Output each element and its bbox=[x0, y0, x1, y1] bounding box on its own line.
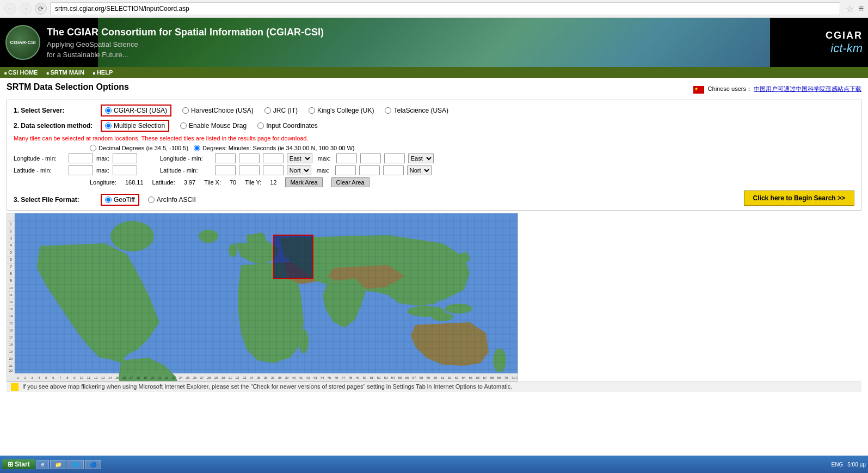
lat-dms-sec-input[interactable] bbox=[263, 165, 284, 175]
method-input-radio[interactable] bbox=[257, 122, 264, 129]
back-button[interactable]: ← bbox=[4, 3, 16, 15]
mark-area-button[interactable]: Mark Area bbox=[285, 177, 322, 187]
method-drag-radio[interactable] bbox=[180, 122, 187, 129]
svg-text:8: 8 bbox=[10, 272, 12, 275]
server-kings[interactable]: King's College (UK) bbox=[309, 107, 374, 114]
logo-circle: CGIAR-CSI bbox=[5, 25, 40, 60]
nav-srtm-main[interactable]: SRTM MAIN bbox=[46, 69, 84, 76]
svg-text:2: 2 bbox=[10, 229, 12, 233]
world-map[interactable]: 1 2 3 4 5 6 7 8 9 10 11 12 13 14 15 16 1… bbox=[7, 213, 518, 382]
format-geotiff-radio[interactable] bbox=[105, 196, 112, 203]
svg-point-3 bbox=[110, 221, 154, 251]
server-telascience-radio[interactable] bbox=[385, 107, 391, 114]
long-max-dms-min-input[interactable] bbox=[360, 153, 381, 163]
site-subtitle1: Applying GeoSpatial Science bbox=[47, 40, 324, 48]
header-left: CGIAR-CSI The CGIAR Consortium for Spati… bbox=[0, 18, 329, 67]
nav-csi-home[interactable]: CSI HOME bbox=[4, 69, 38, 76]
format-geotiff[interactable]: GeoTiff bbox=[101, 194, 139, 206]
long-max-dms-sec-input[interactable] bbox=[384, 153, 405, 163]
long-max-dms-label: max: bbox=[318, 155, 331, 162]
dms-option[interactable]: Degrees: Minutes: Seconds (ie 34 30 00 N… bbox=[194, 145, 354, 151]
svg-text:64: 64 bbox=[462, 376, 466, 379]
server-jrc-radio[interactable] bbox=[264, 107, 271, 114]
server-kings-label: King's College (UK) bbox=[317, 107, 374, 114]
forward-button[interactable]: → bbox=[20, 3, 32, 15]
lat-max-dd-input[interactable] bbox=[113, 165, 137, 175]
lat-dms-min-input[interactable] bbox=[239, 165, 260, 175]
long-min-label: Longitude - min: bbox=[14, 155, 65, 162]
long-min-dd-input[interactable] bbox=[69, 153, 93, 163]
server-harvestchoice[interactable]: HarvestChoice (USA) bbox=[182, 107, 254, 114]
server-cgiar[interactable]: CGIAR-CSI (USA) bbox=[101, 105, 171, 116]
server-kings-radio[interactable] bbox=[309, 107, 315, 114]
svg-text:3: 3 bbox=[10, 236, 12, 240]
svg-text:47: 47 bbox=[342, 376, 346, 379]
method-radio-group: Multiple Selection Enable Mouse Drag Inp… bbox=[101, 120, 318, 132]
clear-area-button[interactable]: Clear Area bbox=[331, 177, 370, 187]
long-dms-deg-input[interactable] bbox=[215, 153, 236, 163]
lat-max-dms-min-input[interactable] bbox=[359, 165, 380, 175]
chinese-link[interactable]: 中国用户可通过中国科学院遥感站点下载 bbox=[754, 85, 861, 92]
reload-button[interactable]: ⟳ bbox=[35, 3, 47, 15]
method-drag[interactable]: Enable Mouse Drag bbox=[180, 122, 247, 130]
dms-radio[interactable] bbox=[194, 145, 200, 151]
lat-max-dms-sec-input[interactable] bbox=[383, 165, 404, 175]
svg-text:52: 52 bbox=[377, 376, 381, 379]
nav-help[interactable]: HELP bbox=[93, 69, 113, 76]
dd-radio[interactable] bbox=[90, 145, 96, 151]
format-arcinfo-label: ArcInfo ASCII bbox=[157, 196, 196, 204]
svg-text:17: 17 bbox=[130, 376, 133, 379]
svg-text:36: 36 bbox=[264, 376, 268, 379]
lat-dms-dir-select[interactable]: Nort Sout bbox=[287, 165, 311, 175]
dd-option[interactable]: Decimal Degrees (ie 34.5, -100.5) bbox=[90, 145, 188, 151]
method-input[interactable]: Input Coordinates bbox=[257, 122, 318, 130]
long-min-dms-label: Longitude - min: bbox=[160, 155, 212, 162]
svg-point-9 bbox=[199, 230, 218, 243]
menu-icon[interactable]: ≡ bbox=[859, 4, 864, 14]
svg-text:16: 16 bbox=[122, 376, 126, 379]
status-bar: If you see above map flickering when usi… bbox=[7, 382, 861, 392]
svg-text:69: 69 bbox=[497, 376, 501, 379]
map-svg[interactable]: 1 2 3 4 5 6 7 8 9 10 11 12 13 14 15 16 1… bbox=[7, 213, 518, 382]
svg-text:15: 15 bbox=[115, 376, 119, 379]
svg-text:22: 22 bbox=[9, 369, 13, 372]
long-dms-min-input[interactable] bbox=[239, 153, 260, 163]
server-telascience[interactable]: TelaScience (USA) bbox=[385, 107, 448, 114]
long-max-label: max: bbox=[96, 155, 109, 162]
method-multiple[interactable]: Multiple Selection bbox=[101, 120, 169, 132]
method-multiple-radio[interactable] bbox=[105, 122, 112, 129]
method-row: 2. Data selection method: Multiple Selec… bbox=[14, 120, 854, 132]
lat-max-dms-deg-input[interactable] bbox=[335, 165, 356, 175]
svg-text:20: 20 bbox=[9, 357, 13, 360]
long-max-dms-dir-select[interactable]: East West bbox=[408, 153, 434, 163]
main-content: SRTM Data Selection Options Chinese user… bbox=[0, 78, 868, 396]
svg-text:6: 6 bbox=[10, 257, 12, 261]
lat-dms-deg-input[interactable] bbox=[215, 165, 236, 175]
long-max-dms-deg-input[interactable] bbox=[336, 153, 357, 163]
long-max-dd-input[interactable] bbox=[113, 153, 137, 163]
svg-text:65: 65 bbox=[469, 376, 473, 379]
dms-label: Degrees: Minutes: Seconds (ie 34 30 00 N… bbox=[202, 145, 354, 151]
svg-text:61: 61 bbox=[441, 376, 445, 379]
lat-min-dd-input[interactable] bbox=[69, 165, 93, 175]
address-bar[interactable] bbox=[50, 2, 840, 15]
long-dms-sec-input[interactable] bbox=[263, 153, 284, 163]
svg-text:31: 31 bbox=[229, 376, 232, 379]
server-jrc[interactable]: JRC (IT) bbox=[264, 107, 298, 114]
format-arcinfo[interactable]: ArcInfo ASCII bbox=[148, 196, 196, 204]
svg-text:19: 19 bbox=[144, 376, 147, 379]
svg-text:11: 11 bbox=[87, 376, 91, 379]
long-dms-dir-select[interactable]: East West bbox=[287, 153, 312, 163]
site-header: CGIAR-CSI The CGIAR Consortium for Spati… bbox=[0, 18, 868, 67]
server-harvestchoice-label: HarvestChoice (USA) bbox=[191, 107, 254, 114]
info-text: Many tiles can be selected at random loc… bbox=[14, 135, 854, 142]
search-button[interactable]: Click here to Begin Search >> bbox=[744, 191, 854, 206]
server-cgiar-radio[interactable] bbox=[105, 107, 112, 114]
china-flag bbox=[693, 86, 704, 94]
lat-max-dms-dir-select[interactable]: Nort Sout bbox=[407, 165, 432, 175]
server-harvestchoice-radio[interactable] bbox=[182, 107, 189, 114]
svg-text:22: 22 bbox=[165, 376, 169, 379]
format-arcinfo-radio[interactable] bbox=[148, 196, 155, 203]
bookmark-icon[interactable]: ☆ bbox=[846, 4, 853, 14]
server-row: 1. Select Server: CGIAR-CSI (USA) Harves… bbox=[14, 105, 854, 116]
